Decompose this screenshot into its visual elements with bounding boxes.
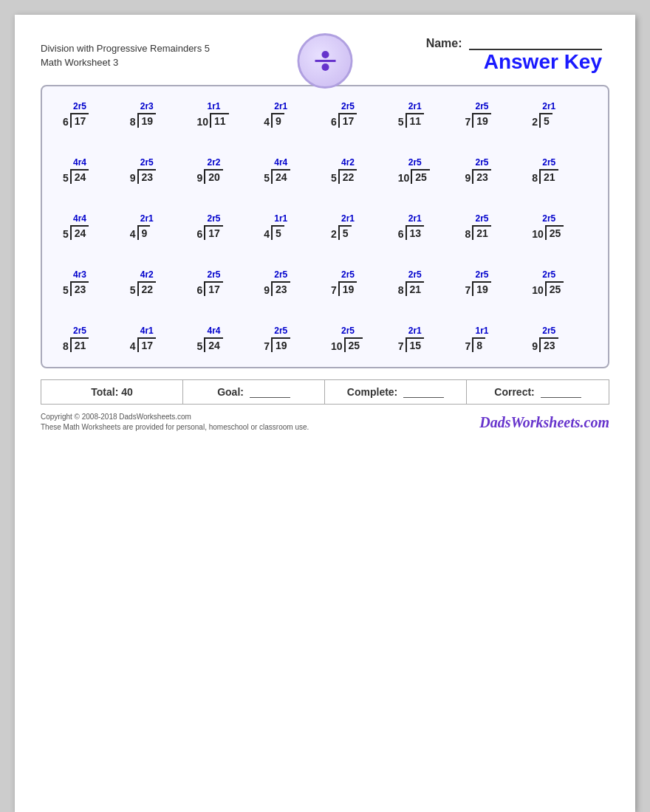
problem-r4-c4: 2r51025 xyxy=(325,322,392,356)
divisor: 5 xyxy=(63,228,69,240)
problem-r3-c1: 4r2522 xyxy=(124,266,191,300)
division-problem: 719 xyxy=(331,281,357,296)
dividend: 19 xyxy=(137,113,157,128)
footer-stats: Total: 40 Goal: Complete: Correct: xyxy=(41,379,609,405)
division-problem: 1025 xyxy=(532,281,564,296)
dividend: 17 xyxy=(204,281,223,296)
dividend: 21 xyxy=(406,281,425,296)
dividend: 21 xyxy=(472,225,491,240)
correct-underline xyxy=(541,397,581,398)
answer-label: 2r1 xyxy=(542,101,555,111)
complete-underline xyxy=(403,397,444,398)
answer-label: 2r1 xyxy=(140,213,154,224)
divisor: 9 xyxy=(532,340,538,352)
divisor: 5 xyxy=(264,172,270,184)
header: Division with Progressive Remainders 5 M… xyxy=(41,37,609,74)
dividend: 17 xyxy=(70,113,89,128)
dividend: 24 xyxy=(70,225,89,240)
logo-inner xyxy=(315,51,335,71)
problem-r0-c2: 1r11011 xyxy=(191,97,259,131)
divisor: 8 xyxy=(63,340,69,352)
divisor: 9 xyxy=(264,284,270,296)
answer-label: 2r1 xyxy=(274,101,287,111)
divisor: 5 xyxy=(63,284,69,296)
divisor: 9 xyxy=(465,172,471,184)
answer-label: 1r1 xyxy=(476,326,489,336)
answer-label: 2r5 xyxy=(274,269,287,280)
division-problem: 617 xyxy=(63,113,89,128)
divisor: 5 xyxy=(398,116,404,128)
divisor: 2 xyxy=(331,228,337,240)
answer-label: 2r5 xyxy=(73,101,86,111)
logo-line xyxy=(315,60,335,62)
problem-r3-c0: 4r3523 xyxy=(57,266,124,300)
division-problem: 511 xyxy=(398,113,424,128)
problem-r2-c0: 4r4524 xyxy=(57,210,124,244)
divisor: 5 xyxy=(63,172,69,184)
problem-r1-c1: 2r5923 xyxy=(124,154,191,187)
problem-r2-c2: 2r5617 xyxy=(191,210,259,244)
division-problem: 524 xyxy=(197,337,223,352)
divisor: 4 xyxy=(264,116,270,128)
dividend: 21 xyxy=(70,337,89,352)
goal-underline xyxy=(250,397,290,398)
division-problem: 522 xyxy=(130,281,156,296)
division-problem: 715 xyxy=(398,337,424,352)
divisor: 5 xyxy=(130,284,136,296)
problem-r0-c3: 2r149 xyxy=(258,97,325,131)
problem-r4-c1: 4r1417 xyxy=(124,322,191,356)
division-problem: 522 xyxy=(331,169,357,184)
dividend: 21 xyxy=(539,169,558,184)
divisor: 2 xyxy=(532,116,538,128)
answer-label: 2r5 xyxy=(341,326,355,336)
worksheet-subtitle: Division with Progressive Remainders 5 M… xyxy=(41,41,321,70)
problem-r0-c1: 2r3819 xyxy=(124,97,191,131)
division-problem: 49 xyxy=(264,113,284,128)
answer-label: 2r1 xyxy=(341,213,355,224)
division-problem: 923 xyxy=(130,169,156,184)
header-right: Name: Answer Key xyxy=(321,37,609,74)
dividend: 23 xyxy=(472,169,491,184)
answer-label: 4r4 xyxy=(208,326,221,336)
division-problem: 617 xyxy=(197,225,223,240)
dividend: 23 xyxy=(271,281,290,296)
problem-r3-c7: 2r51025 xyxy=(526,266,593,300)
answer-label: 2r1 xyxy=(408,326,422,336)
divisor: 5 xyxy=(331,172,337,184)
answer-label: 2r5 xyxy=(542,326,555,336)
total-label: Total: 40 xyxy=(91,386,133,398)
division-problem: 49 xyxy=(130,225,151,240)
dividend: 25 xyxy=(545,281,564,296)
answer-label: 4r4 xyxy=(274,157,287,168)
division-problem: 1025 xyxy=(331,337,363,352)
divisor: 6 xyxy=(197,284,203,296)
divisor: 10 xyxy=(331,340,343,352)
division-problem: 1025 xyxy=(398,169,430,184)
division-problem: 719 xyxy=(465,281,491,296)
answer-label: 2r5 xyxy=(476,213,489,224)
answer-label: 2r5 xyxy=(542,157,555,168)
divisor: 10 xyxy=(532,284,544,296)
division-problem: 1025 xyxy=(532,225,564,240)
division-problem: 821 xyxy=(63,337,89,352)
problem-r3-c5: 2r5821 xyxy=(392,266,459,300)
problem-r3-c6: 2r5719 xyxy=(459,266,527,300)
brand-logo: DadsWorksheets.com xyxy=(479,414,609,431)
goal-cell: Goal: xyxy=(183,380,325,404)
division-problem: 1011 xyxy=(197,113,229,128)
dividend: 25 xyxy=(411,169,430,184)
problem-r1-c4: 4r2522 xyxy=(325,154,392,187)
divisor: 4 xyxy=(130,340,136,352)
logo-dot-top xyxy=(321,51,329,58)
dividend: 22 xyxy=(338,169,358,184)
answer-label: 2r5 xyxy=(408,269,422,280)
answer-label: 4r1 xyxy=(140,326,154,336)
division-problem: 819 xyxy=(130,113,156,128)
divisor: 4 xyxy=(264,228,270,240)
divisor: 6 xyxy=(197,228,203,240)
dividend: 13 xyxy=(406,225,425,240)
dividend: 19 xyxy=(338,281,358,296)
problem-r1-c0: 4r4524 xyxy=(57,154,124,187)
answer-label: 2r5 xyxy=(208,269,221,280)
dividend: 17 xyxy=(204,225,223,240)
